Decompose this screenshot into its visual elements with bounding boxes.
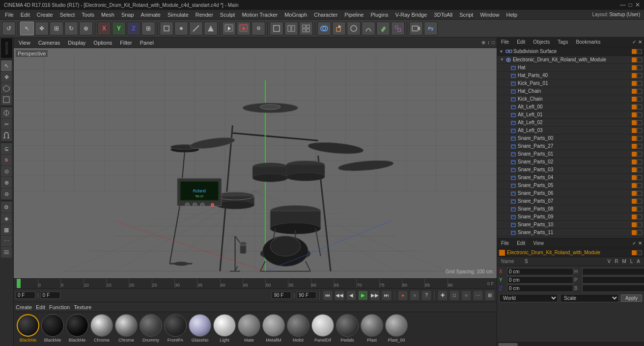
prev-frame-btn[interactable]: ◀◀ — [335, 291, 344, 300]
menu-vray[interactable]: V-Ray Bridge — [392, 11, 430, 19]
scale-select[interactable]: Scale — [560, 294, 619, 302]
world-select[interactable]: World — [499, 294, 558, 302]
vp-menu-filter[interactable]: Filter — [117, 39, 135, 46]
view-two-btn[interactable] — [284, 22, 298, 35]
omgr-objects-tab[interactable]: Objects — [531, 39, 552, 45]
vp-menu-view[interactable]: View — [16, 39, 33, 46]
menu-create[interactable]: Create — [34, 11, 56, 19]
move-tool-btn[interactable]: ✥ — [35, 22, 49, 35]
omgr-check-btn[interactable]: ✓ — [632, 39, 636, 45]
obj-vis-dot[interactable] — [632, 120, 637, 125]
obj-vis-dot[interactable] — [632, 167, 637, 172]
tool-knife[interactable]: ✂ — [1, 119, 12, 130]
obj-expand-arrow[interactable]: ▶ — [506, 128, 509, 133]
obj-expand-arrow[interactable]: ▶ — [506, 167, 509, 172]
coord-p-field[interactable] — [582, 276, 644, 284]
vp-fullscreen-icon[interactable]: □ — [492, 40, 495, 45]
obj-render-dot[interactable] — [637, 191, 642, 196]
key-square-btn[interactable]: □ — [449, 291, 459, 300]
undo-btn[interactable]: ↺ — [2, 22, 16, 35]
tool-s[interactable]: S — [1, 155, 12, 165]
transform-tool-btn[interactable]: ⊕ — [79, 22, 93, 35]
tool-layers[interactable] — [1, 247, 12, 258]
omgr-file-tab[interactable]: File — [499, 39, 511, 45]
next-frame-btn[interactable]: ▶▶ — [370, 291, 380, 300]
obj-expand-arrow[interactable]: ▶ — [506, 222, 509, 227]
omgr-close-btn[interactable]: ✕ — [638, 39, 642, 45]
obj-render-dot[interactable] — [637, 89, 642, 94]
obj-vis-dot[interactable] — [632, 57, 637, 62]
mat-function-menu[interactable]: Function — [49, 304, 70, 310]
material-item[interactable]: Mate — [238, 314, 260, 343]
object-list-item[interactable]: ▶Snare_Parts_02 — [497, 158, 644, 166]
material-item[interactable]: GlassNo — [189, 314, 211, 343]
close-btn[interactable]: ✕ — [635, 1, 640, 8]
coord-x-pos[interactable] — [507, 268, 573, 275]
tool-measure[interactable]: ⊊ — [1, 143, 12, 154]
frame-start-field[interactable] — [16, 292, 35, 299]
layout-value[interactable]: Startup (User) — [609, 12, 640, 17]
scrollbar-thumb[interactable] — [498, 343, 518, 346]
rotate-tool-btn[interactable]: ↻ — [64, 22, 78, 35]
obj-vis-dot[interactable] — [632, 97, 637, 102]
obj-expand-arrow[interactable]: ▶ — [506, 152, 509, 156]
render-settings-btn[interactable]: ⚙ — [252, 22, 265, 35]
menu-3dtoall[interactable]: 3DToAll — [431, 11, 455, 19]
material-item[interactable]: FrontPA — [164, 314, 187, 343]
obj-render-dot[interactable] — [637, 136, 642, 141]
axis-x-btn[interactable]: X — [97, 22, 111, 35]
obj-render-dot[interactable] — [637, 152, 642, 157]
obj-expand-arrow[interactable]: ▶ — [506, 160, 509, 164]
obj-render-dot[interactable] — [637, 230, 642, 235]
menu-animate[interactable]: Animate — [138, 11, 164, 19]
material-item[interactable]: Plast_00 — [385, 314, 408, 343]
menu-plugins[interactable]: Plugins — [367, 11, 391, 19]
render-to-pic-btn[interactable] — [237, 22, 251, 35]
obj-expand-arrow[interactable]: ▶ — [506, 97, 509, 101]
menu-motion-tracker[interactable]: Motion Tracker — [239, 11, 280, 19]
select-tool-btn[interactable]: ↖ — [20, 22, 34, 35]
scale-tool-btn[interactable]: ⊞ — [50, 22, 63, 35]
menu-render[interactable]: Render — [193, 11, 216, 19]
obj-vis-dot[interactable] — [632, 214, 637, 219]
right-panel-scrollbar[interactable] — [497, 342, 644, 346]
vp-resize-icon[interactable]: ↕ — [487, 40, 490, 45]
menu-mesh[interactable]: Mesh — [98, 11, 117, 19]
obj-expand-arrow[interactable]: ▶ — [506, 89, 509, 93]
menu-pipeline[interactable]: Pipeline — [341, 11, 366, 19]
tool-polygon[interactable] — [1, 94, 12, 105]
frame-end-field2[interactable] — [297, 292, 316, 299]
menu-character[interactable]: Character — [311, 11, 340, 19]
axis-lock-btn[interactable]: ⊞ — [141, 22, 155, 35]
tool-plus-circle[interactable]: ⊕ — [1, 177, 12, 188]
timeline-marks[interactable]: 0 5 10 15 20 25 30 35 40 45 50 55 60 65 … — [38, 279, 470, 288]
material-item[interactable]: BlackMe — [66, 314, 88, 343]
goto-start-btn[interactable]: ⏮ — [323, 291, 333, 300]
obj-vis-dot[interactable] — [632, 199, 637, 204]
obj-expand-arrow[interactable]: ▶ — [506, 136, 509, 140]
obj-expand-arrow[interactable]: ▶ — [506, 73, 509, 78]
obj-render-dot[interactable] — [637, 199, 642, 204]
obj-render-dot[interactable] — [637, 128, 642, 133]
menu-help[interactable]: Help — [504, 11, 521, 19]
obj-render-dot[interactable] — [637, 222, 642, 227]
obj-expand-arrow[interactable]: ▶ — [506, 214, 509, 219]
record-stop-btn[interactable]: ○ — [410, 291, 420, 300]
obj-vis-dot[interactable] — [632, 89, 637, 94]
object-list-item[interactable]: ▶Kick_Pars_01 — [497, 80, 644, 87]
obj-vis-dot[interactable] — [632, 73, 637, 78]
object-list-item[interactable]: ▶Snare_Parts_06 — [497, 189, 644, 197]
tool-minus-circle[interactable]: ⊖ — [1, 188, 12, 199]
obj-vis-dot[interactable] — [632, 222, 637, 227]
tool-grid-view[interactable]: ▦ — [1, 224, 12, 235]
attr-check-btn[interactable]: ✓ — [632, 240, 636, 246]
attr-file-tab[interactable]: File — [499, 240, 511, 246]
obj-expand-arrow[interactable]: ▶ — [506, 144, 509, 148]
tool-move[interactable]: ✥ — [1, 72, 12, 82]
attr-view-tab[interactable]: View — [531, 240, 546, 246]
material-item[interactable]: BlackMe — [17, 314, 39, 343]
paint-btn[interactable] — [376, 22, 390, 35]
obj-vis-dot[interactable] — [632, 112, 637, 117]
material-item[interactable]: Light — [213, 314, 236, 343]
obj-render-dot[interactable] — [637, 183, 642, 188]
